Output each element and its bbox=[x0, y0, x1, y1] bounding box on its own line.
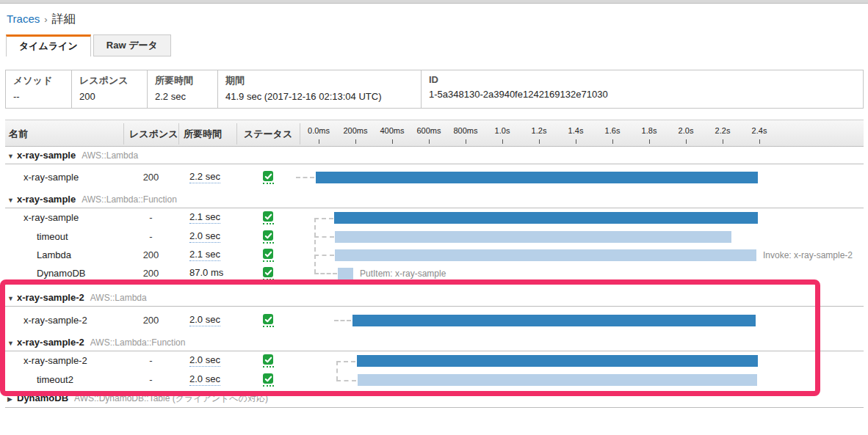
dashed-connector bbox=[314, 273, 337, 274]
dashed-connector bbox=[334, 320, 351, 321]
trace-group-header[interactable]: ▼x-ray-sample-2AWS::Lambda::Function bbox=[5, 334, 864, 351]
status-ok-badge[interactable] bbox=[236, 373, 300, 387]
table-row[interactable]: x-ray-sample-2-2.0 sec bbox=[5, 351, 864, 370]
column-separator bbox=[300, 123, 300, 145]
duration-link[interactable]: 2.1 sec bbox=[189, 249, 220, 261]
status-ok-badge[interactable] bbox=[236, 249, 300, 262]
table-row[interactable]: x-ray-sample-22002.0 sec bbox=[5, 307, 864, 334]
status-ok-badge[interactable] bbox=[236, 211, 300, 224]
group-name: x-ray-sample bbox=[17, 194, 76, 205]
table-row[interactable]: timeout2-2.0 sec bbox=[5, 370, 864, 390]
summary-col-id: ID 1-5a348130-2a3940fe1242169132e71030 bbox=[421, 70, 863, 108]
duration-link[interactable]: 2.1 sec bbox=[189, 211, 220, 224]
group-name: x-ray-sample-2 bbox=[17, 292, 84, 303]
status-ok-badge[interactable] bbox=[236, 230, 300, 244]
axis-tick-label: 1.2s bbox=[532, 126, 547, 135]
dashed-connector bbox=[336, 380, 356, 381]
summary-label: 所要時間 bbox=[155, 74, 217, 87]
column-header-response: レスポンス bbox=[129, 128, 178, 141]
column-header-duration: 所要時間 bbox=[184, 128, 222, 141]
segment-name: x-ray-sample bbox=[23, 212, 79, 223]
group-name: x-ray-sample bbox=[17, 150, 76, 161]
summary-value: 1-5a348130-2a3940fe1242169132e71030 bbox=[429, 89, 863, 100]
trace-group-header[interactable]: ▼x-ray-sampleAWS::Lambda bbox=[5, 147, 864, 164]
timeline-bar[interactable] bbox=[338, 268, 353, 279]
timeline-bar[interactable] bbox=[316, 172, 758, 183]
axis-tick-mark bbox=[392, 139, 393, 144]
duration-link[interactable]: 2.0 sec bbox=[189, 354, 220, 367]
timeline-bar[interactable] bbox=[334, 212, 758, 224]
axis-tick-label: 800ms bbox=[453, 126, 477, 135]
group-type: AWS::Lambda bbox=[90, 293, 147, 303]
table-row[interactable]: DynamoDB20087.0 msPutItem: x-ray-sample bbox=[5, 264, 864, 282]
status-ok-badge[interactable] bbox=[236, 314, 300, 327]
summary-value: 2.2 sec bbox=[155, 91, 217, 102]
tab-raw-data[interactable]: Raw データ bbox=[93, 34, 171, 56]
axis-tick-mark bbox=[612, 139, 613, 144]
segment-response: - bbox=[123, 212, 178, 223]
timeline-bar[interactable] bbox=[357, 355, 758, 367]
group-caret-icon[interactable]: ▼ bbox=[5, 148, 17, 165]
check-icon bbox=[263, 267, 273, 277]
axis-tick-mark bbox=[539, 139, 540, 144]
axis-tick-label: 2.0s bbox=[679, 126, 694, 135]
trace-group-header[interactable]: ▶DynamoDBAWS::DynamoDB::Table (クライアントへの対… bbox=[5, 390, 864, 408]
summary-col-duration: 所要時間 2.2 sec bbox=[147, 70, 217, 108]
duration-link[interactable]: 2.0 sec bbox=[189, 314, 220, 326]
table-row[interactable]: Lambda2002.1 secInvoke: x-ray-sample-2 bbox=[5, 246, 864, 264]
axis-tick-label: 200ms bbox=[343, 126, 367, 135]
axis-tick-label: 1.8s bbox=[642, 126, 657, 135]
summary-label: メソッド bbox=[13, 74, 71, 87]
duration-link[interactable]: 2.2 sec bbox=[189, 171, 220, 183]
table-row[interactable]: x-ray-sample-2.1 sec bbox=[5, 208, 864, 227]
duration-link[interactable]: 2.0 sec bbox=[189, 373, 220, 386]
check-underline bbox=[263, 183, 274, 184]
dashed-connector bbox=[314, 236, 334, 238]
segment-name: timeout2 bbox=[37, 374, 73, 385]
axis-tick-mark bbox=[759, 139, 760, 144]
breadcrumb-traces-link[interactable]: Traces bbox=[7, 12, 40, 25]
table-row[interactable]: timeout-2.0 sec bbox=[5, 227, 864, 246]
tab-timeline[interactable]: タイムライン bbox=[6, 34, 91, 56]
segment-response: 200 bbox=[123, 268, 178, 279]
summary-value: 41.9 sec (2017-12-16 02:13:04 UTC) bbox=[225, 91, 421, 102]
group-caret-icon[interactable]: ▼ bbox=[5, 192, 17, 209]
segment-response: - bbox=[123, 231, 178, 242]
group-name: x-ray-sample-2 bbox=[17, 337, 84, 348]
status-ok-badge[interactable] bbox=[236, 171, 300, 184]
segment-duration: 2.0 sec bbox=[189, 230, 220, 241]
axis-tick-mark bbox=[723, 139, 723, 144]
dashed-connector bbox=[296, 177, 314, 178]
table-row[interactable]: x-ray-sample2002.2 sec bbox=[5, 164, 864, 191]
axis-tick-mark bbox=[466, 139, 466, 144]
summary-value: 200 bbox=[79, 91, 147, 102]
column-separator bbox=[236, 123, 237, 145]
bar-annotation-label: Invoke: x-ray-sample-2 bbox=[763, 250, 853, 260]
group-caret-icon[interactable]: ▼ bbox=[5, 290, 17, 307]
timeline-bar[interactable] bbox=[335, 249, 756, 261]
segment-name: x-ray-sample-2 bbox=[23, 315, 87, 326]
check-underline bbox=[263, 385, 274, 387]
page-title: 詳細 bbox=[52, 12, 76, 25]
timeline-bar[interactable] bbox=[352, 315, 756, 326]
segment-response: 200 bbox=[123, 315, 178, 326]
timeline-bar[interactable] bbox=[358, 374, 757, 386]
status-ok-badge[interactable] bbox=[236, 354, 300, 368]
timeline-bar[interactable] bbox=[335, 231, 731, 243]
group-type: AWS::Lambda::Function bbox=[82, 194, 177, 205]
dashed-connector bbox=[336, 361, 338, 381]
check-underline bbox=[263, 223, 274, 224]
segment-duration: 2.1 sec bbox=[189, 249, 220, 260]
axis-tick-mark bbox=[576, 139, 576, 144]
status-ok-badge[interactable] bbox=[236, 267, 300, 280]
group-caret-icon[interactable]: ▶ bbox=[5, 391, 17, 408]
check-icon bbox=[263, 354, 273, 365]
group-caret-icon[interactable]: ▼ bbox=[5, 335, 17, 352]
axis-tick-label: 0.0ms bbox=[308, 126, 330, 135]
trace-group-header[interactable]: ▼x-ray-sampleAWS::Lambda::Function bbox=[5, 191, 864, 208]
trace-group-header[interactable]: ▼x-ray-sample-2AWS::Lambda bbox=[5, 282, 864, 307]
axis-tick-label: 2.2s bbox=[715, 126, 731, 135]
duration-link[interactable]: 2.0 sec bbox=[189, 230, 220, 243]
check-icon bbox=[263, 171, 273, 181]
axis-tick-label: 2.4s bbox=[752, 126, 767, 135]
